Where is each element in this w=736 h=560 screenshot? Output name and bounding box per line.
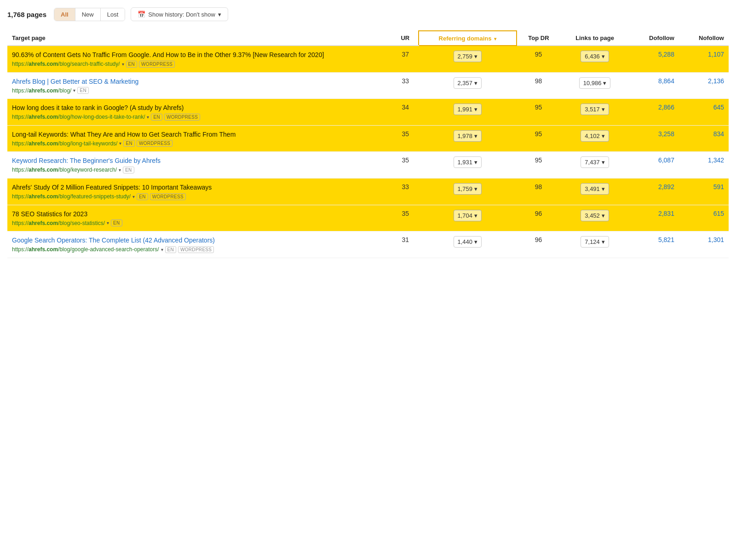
ur-cell: 34	[392, 99, 419, 126]
dropdown-arrow-icon: ▾	[474, 238, 477, 245]
links-to-page-dropdown[interactable]: 4,102 ▾	[581, 130, 609, 142]
results-table: Target page UR Referring domains ▾ Top D…	[7, 30, 729, 258]
links-to-page-dropdown[interactable]: 3,491 ▾	[581, 183, 609, 195]
page-url-line: https://ahrefs.com/blog/long-tail-keywor…	[12, 140, 388, 147]
top-dr-cell: 98	[517, 72, 561, 99]
language-badge: EN	[123, 140, 135, 147]
dropdown-arrow-icon: ▾	[602, 159, 605, 166]
target-page-cell: Google Search Operators: The Complete Li…	[7, 231, 392, 258]
links-to-page-dropdown[interactable]: 7,437 ▾	[581, 156, 609, 168]
col-referring-domains[interactable]: Referring domains ▾	[419, 31, 517, 46]
links-to-page-dropdown[interactable]: 3,517 ▾	[581, 104, 609, 115]
links-to-page-cell: 7,124 ▾	[560, 231, 629, 258]
filter-new-button[interactable]: New	[75, 8, 101, 21]
page-title-link[interactable]: Long-tail Keywords: What They Are and Ho…	[12, 130, 388, 139]
page-url-line: https://ahrefs.com/blog/search-traffic-s…	[12, 61, 388, 68]
url-chevron-icon[interactable]: ▾	[161, 247, 163, 252]
links-to-page-dropdown[interactable]: 3,452 ▾	[581, 210, 609, 221]
links-to-page-dropdown[interactable]: 6,436 ▾	[581, 51, 609, 62]
url-chevron-icon[interactable]: ▾	[132, 194, 135, 199]
sort-arrow-icon: ▾	[494, 36, 496, 41]
top-dr-cell: 98	[517, 178, 561, 205]
filter-lost-button[interactable]: Lost	[101, 8, 125, 21]
page-title-link[interactable]: How long does it take to rank in Google?…	[12, 104, 388, 113]
ur-cell: 35	[392, 205, 419, 231]
dofollow-cell: 2,892	[629, 178, 679, 205]
referring-domains-cell: 1,759 ▾	[419, 178, 517, 205]
pages-count: 1,768 pages	[7, 11, 46, 18]
dropdown-arrow-icon: ▾	[474, 80, 477, 87]
col-target-page: Target page	[7, 31, 392, 46]
dropdown-arrow-icon: ▾	[602, 212, 605, 219]
page-url: https://ahrefs.com/blog/how-long-does-it…	[12, 114, 145, 120]
page-url-line: https://ahrefs.com/blog/google-advanced-…	[12, 246, 388, 253]
table-row: Ahrefs Blog | Get Better at SEO & Market…	[7, 72, 729, 99]
col-dofollow: Dofollow	[629, 31, 679, 46]
filter-all-button[interactable]: All	[54, 8, 75, 21]
url-chevron-icon[interactable]: ▾	[119, 141, 121, 146]
page-url-line: https://ahrefs.com/blog/featured-snippet…	[12, 193, 388, 200]
url-chevron-icon[interactable]: ▾	[147, 115, 149, 120]
page-title-link[interactable]: 90.63% of Content Gets No Traffic From G…	[12, 51, 388, 60]
language-badge: WORDPRESS	[178, 246, 214, 253]
top-dr-cell: 96	[517, 205, 561, 231]
links-to-page-cell: 10,986 ▾	[560, 72, 629, 99]
links-to-page-cell: 3,491 ▾	[560, 178, 629, 205]
page-url: https://ahrefs.com/blog/long-tail-keywor…	[12, 140, 117, 147]
links-to-page-cell: 3,517 ▾	[560, 99, 629, 126]
referring-domains-dropdown[interactable]: 1,759 ▾	[454, 183, 482, 195]
ur-cell: 33	[392, 72, 419, 99]
page-title-link[interactable]: Ahrefs Blog | Get Better at SEO & Market…	[12, 77, 388, 87]
ur-cell: 33	[392, 178, 419, 205]
history-label: Show history: Don't show	[148, 11, 215, 18]
chevron-down-icon: ▾	[218, 11, 221, 18]
referring-domains-cell: 1,931 ▾	[419, 152, 517, 179]
top-dr-cell: 95	[517, 152, 561, 179]
referring-domains-dropdown[interactable]: 2,759 ▾	[454, 51, 482, 62]
dropdown-arrow-icon: ▾	[602, 238, 605, 245]
url-chevron-icon[interactable]: ▾	[122, 62, 124, 67]
table-row: 78 SEO Statistics for 2023https://ahrefs…	[7, 205, 729, 231]
referring-domains-cell: 2,357 ▾	[419, 72, 517, 99]
page-title-link[interactable]: Google Search Operators: The Complete Li…	[12, 236, 388, 245]
col-nofollow: Nofollow	[679, 31, 729, 46]
links-to-page-dropdown[interactable]: 10,986 ▾	[579, 77, 611, 89]
dropdown-arrow-icon: ▾	[474, 53, 477, 60]
dropdown-arrow-icon: ▾	[474, 185, 477, 192]
page-url: https://ahrefs.com/blog/keyword-research…	[12, 167, 117, 173]
ur-cell: 35	[392, 152, 419, 179]
ur-cell: 31	[392, 231, 419, 258]
page-title-link[interactable]: Ahrefs' Study Of 2 Million Featured Snip…	[12, 183, 388, 192]
referring-domains-dropdown[interactable]: 1,704 ▾	[454, 210, 482, 221]
target-page-cell: 78 SEO Statistics for 2023https://ahrefs…	[7, 205, 392, 231]
referring-domains-cell: 1,978 ▾	[419, 125, 517, 152]
dropdown-arrow-icon: ▾	[602, 106, 605, 113]
language-badge: EN	[123, 167, 134, 173]
referring-domains-dropdown[interactable]: 1,978 ▾	[454, 130, 482, 142]
links-to-page-dropdown[interactable]: 7,124 ▾	[581, 236, 609, 248]
target-page-cell: How long does it take to rank in Google?…	[7, 99, 392, 126]
target-page-cell: 90.63% of Content Gets No Traffic From G…	[7, 46, 392, 72]
referring-domains-dropdown[interactable]: 2,357 ▾	[454, 77, 482, 89]
dropdown-arrow-icon: ▾	[603, 80, 606, 87]
referring-domains-dropdown[interactable]: 1,931 ▾	[454, 156, 482, 168]
table-row: Keyword Research: The Beginner's Guide b…	[7, 152, 729, 179]
target-page-cell: Long-tail Keywords: What They Are and Ho…	[7, 125, 392, 152]
links-to-page-cell: 6,436 ▾	[560, 46, 629, 72]
language-badge: EN	[111, 219, 122, 226]
nofollow-cell: 1,107	[679, 46, 729, 72]
url-chevron-icon[interactable]: ▾	[119, 167, 121, 173]
referring-domains-dropdown[interactable]: 1,991 ▾	[454, 104, 482, 115]
top-dr-cell: 95	[517, 125, 561, 152]
page-title-link[interactable]: 78 SEO Statistics for 2023	[12, 210, 388, 219]
url-chevron-icon[interactable]: ▾	[73, 88, 75, 93]
table-row: How long does it take to rank in Google?…	[7, 99, 729, 126]
url-chevron-icon[interactable]: ▾	[107, 220, 109, 225]
page-title-link[interactable]: Keyword Research: The Beginner's Guide b…	[12, 156, 388, 166]
referring-domains-dropdown[interactable]: 1,440 ▾	[454, 236, 482, 248]
dofollow-cell: 8,864	[629, 72, 679, 99]
dofollow-cell: 2,831	[629, 205, 679, 231]
language-badge: EN	[165, 246, 177, 253]
show-history-button[interactable]: 📅 Show history: Don't show ▾	[131, 7, 228, 21]
language-badge: EN	[137, 193, 148, 200]
